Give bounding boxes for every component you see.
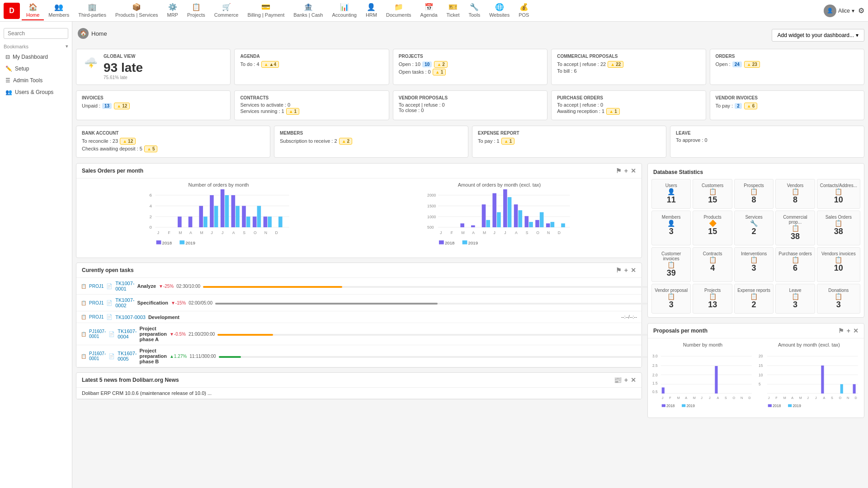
card-invoices[interactable]: INVOICES Unpaid : 13 ▲12 (76, 90, 231, 120)
nav-members[interactable]: 👥 Members (44, 1, 74, 20)
card-projects[interactable]: PROJECTS Open : 10 10 ▲2 Open tasks : 0 … (393, 49, 547, 85)
contracts-running: Services running : 1 ▲1 (240, 108, 383, 115)
db-stat-cell[interactable]: Vendors 📋 8 (775, 179, 815, 209)
user-menu[interactable]: 👤 Alice ▾ (824, 5, 854, 17)
card-commercial-proposals[interactable]: COMMERCIAL PROPOSALS To accept | refuse … (551, 49, 706, 85)
db-stat-cell[interactable]: Members 👤 3 (651, 211, 691, 245)
db-stat-cell[interactable]: Commercial prop... 📋 38 (775, 211, 815, 245)
bookmarks-section[interactable]: Bookmarks ▾ (0, 42, 72, 51)
nav-banks[interactable]: 🏦 Banks | Cash (289, 1, 327, 20)
db-stat-cell[interactable]: Sales Orders 📋 38 (817, 211, 860, 245)
search-input[interactable] (4, 28, 68, 39)
settings-icon[interactable]: ⚙ (858, 6, 864, 15)
db-stat-cell[interactable]: Purchase orders 📋 6 (775, 247, 815, 282)
table-row[interactable]: 📋 PJ1607-0001 📄 TK1607-0004 Project prep… (76, 323, 642, 345)
vendor-proposals-content: To accept | refuse : 0 To close : 0 (399, 102, 542, 113)
close-chart-icon[interactable]: ✕ (631, 167, 636, 174)
card-contracts[interactable]: CONTRACTS Services to activate : 0 Servi… (234, 90, 389, 120)
chart-controls: ⚑ + ✕ (616, 167, 636, 174)
db-stat-cell[interactable]: Donations 📋 3 (817, 284, 860, 314)
table-row[interactable]: 📋 PROJ1 📄 TK1007-0001 Analyze ▼-25% 02:3… (76, 278, 642, 295)
db-stat-cell[interactable]: Projects 📋 13 (693, 284, 732, 314)
invoices-badge: 13 (102, 103, 112, 109)
card-agenda[interactable]: AGENDA To do : 4 ▲▲4 (234, 49, 389, 85)
nav-hrm[interactable]: 👤 HRM (361, 1, 382, 20)
news-item[interactable]: Dolibarr ERP CRM 10.0.6 (maintenance rel… (76, 388, 642, 399)
filter-icon[interactable]: ⚑ (616, 167, 622, 174)
nav-websites[interactable]: 🌐 Websites (485, 1, 514, 20)
table-row[interactable]: 📋 PJ1607-0001 📄 TK1607-0005 Project prep… (76, 345, 642, 367)
svg-text:M: M (462, 230, 465, 235)
add-widget-button[interactable]: Add widget to your dashboard... ▾ (772, 29, 864, 42)
db-stat-cell[interactable]: Leave 📋 3 (775, 284, 815, 314)
nav-home[interactable]: 🏠 Home (22, 1, 44, 20)
svg-text:F: F (775, 396, 778, 400)
nav-tools[interactable]: 🔧 Tools (464, 1, 485, 20)
db-stat-cell[interactable]: Interventions 📋 3 (734, 247, 774, 282)
main-content: 🏠 Home Add widget to your dashboard... ▾… (72, 22, 868, 488)
sidebar-item-setup[interactable]: ✏️ Setup (0, 63, 72, 75)
svg-text:0.5: 0.5 (652, 390, 658, 394)
close-tasks-icon[interactable]: ✕ (631, 267, 636, 274)
db-stat-cell[interactable]: Vendor proposal 📋 3 (651, 284, 691, 314)
svg-text:M: M (799, 396, 802, 400)
db-stat-cell[interactable]: Contacts/Addres... 📋 10 (817, 179, 860, 209)
card-orders[interactable]: ORDERS Open : 24 ▲23 (710, 49, 864, 85)
svg-text:J: J (815, 396, 817, 400)
add-tasks-icon[interactable]: + (624, 267, 628, 274)
card-members[interactable]: MEMBERS Subscription to receive : 2 ▲2 (274, 126, 468, 158)
db-stat-cell[interactable]: Vendors invoices 📋 10 (817, 247, 860, 282)
nav-pos[interactable]: 💰 POS (514, 1, 533, 20)
sidebar-item-my-dashboard[interactable]: ⊟ My Dashboard (0, 51, 72, 63)
add-proposals-icon[interactable]: + (847, 327, 850, 334)
card-global-view[interactable]: 🌩️ GLOBAL VIEW 93 late 75.61% late (76, 49, 231, 85)
db-stat-cell[interactable]: Customer invoices 📋 39 (651, 247, 691, 282)
db-stat-cell[interactable]: Expense reports 📋 2 (734, 284, 774, 314)
sidebar-item-admin-tools[interactable]: ☰ Admin Tools (0, 75, 72, 86)
table-row[interactable]: 📋 PROJ1 📄 TK1007-0002 Specification ▼-15… (76, 295, 642, 311)
avatar: 👤 (824, 5, 836, 17)
nav-third-parties[interactable]: 🏢 Third-parties (74, 1, 111, 20)
card-vendor-proposals[interactable]: VENDOR PROPOSALS To accept | refuse : 0 … (393, 90, 547, 120)
sidebar-item-users-groups[interactable]: 👥 Users & Groups (0, 86, 72, 98)
card-purchase-orders[interactable]: PURCHASE ORDERS To accept | refuse : 0 A… (551, 90, 706, 120)
expense-report-title: EXPENSE REPORT (478, 131, 660, 136)
card-bank-account[interactable]: BANK ACCOUNT To reconcile : 23 ▲12 Check… (76, 126, 270, 158)
add-chart-icon[interactable]: + (624, 167, 628, 174)
home-breadcrumb-icon[interactable]: 🏠 (78, 28, 89, 39)
projects-tasks-badge-warn: ▲1 (433, 69, 446, 75)
nav-ticket[interactable]: 🎫 Ticket (442, 1, 464, 20)
expense-report-content: To pay : 1 ▲1 (478, 137, 660, 145)
close-proposals-icon[interactable]: ✕ (853, 327, 859, 334)
po-awaiting: Awaiting reception : 1 ▲1 (557, 108, 700, 115)
close-news-icon[interactable]: ✕ (631, 376, 636, 384)
nav-projects[interactable]: 📋 Projects (183, 1, 210, 20)
card-vendor-invoices[interactable]: VENDOR INVOICES To pay : 2 ▲6 (710, 90, 864, 120)
db-stat-cell[interactable]: Contracts 📋 4 (693, 247, 732, 282)
card-leave[interactable]: LEAVE To approve : 0 (670, 126, 864, 158)
nav-documents[interactable]: 📁 Documents (382, 1, 416, 20)
chevron-down-icon: ▾ (856, 32, 859, 38)
nav-mrp[interactable]: ⚙️ MRP (163, 1, 183, 20)
filter-tasks-icon[interactable]: ⚑ (616, 267, 622, 274)
task-list: 📋 PROJ1 📄 TK1007-0001 Analyze ▼-25% 02:3… (76, 278, 642, 367)
svg-text:2.5: 2.5 (652, 364, 658, 368)
db-stat-cell[interactable]: Users 👤 11 (651, 179, 691, 209)
nav-products[interactable]: 📦 Products | Services (111, 1, 163, 20)
global-view-num: 93 late (104, 61, 143, 75)
nav-commerce[interactable]: 🛒 Commerce (210, 1, 243, 20)
db-stat-cell[interactable]: Prospects 📋 8 (734, 179, 774, 209)
websites-icon: 🌐 (495, 3, 504, 11)
add-news-icon[interactable]: + (624, 376, 628, 384)
sidebar: Bookmarks ▾ ⊟ My Dashboard ✏️ Setup ☰ Ad… (0, 22, 72, 488)
db-stat-cell[interactable]: Services 🔧 2 (734, 211, 774, 245)
db-stat-cell[interactable]: Customers 📋 15 (693, 179, 732, 209)
nav-billing[interactable]: 💳 Billing | Payment (243, 1, 289, 20)
logo[interactable]: D (4, 3, 20, 19)
db-stat-cell[interactable]: Products 🔶 15 (693, 211, 732, 245)
card-expense-report[interactable]: EXPENSE REPORT To pay : 1 ▲1 (472, 126, 666, 158)
filter-proposals-icon[interactable]: ⚑ (838, 327, 844, 334)
table-row[interactable]: 📋 PROJ1 📄 TK1007-0003 Development --:--/… (76, 311, 642, 323)
nav-accounting[interactable]: 📊 Accounting (327, 1, 361, 20)
nav-agenda[interactable]: 📅 Agenda (416, 1, 442, 20)
